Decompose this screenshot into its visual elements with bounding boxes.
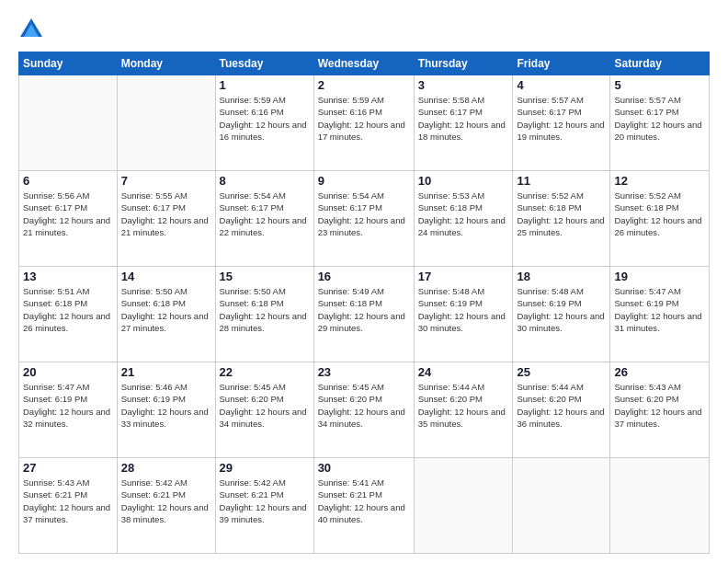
day-info: Sunrise: 5:42 AM Sunset: 6:21 PM Dayligh… [121, 477, 211, 525]
day-info: Sunrise: 5:47 AM Sunset: 6:19 PM Dayligh… [614, 285, 705, 334]
calendar-cell [117, 75, 215, 171]
calendar-cell: 29Sunrise: 5:42 AM Sunset: 6:21 PM Dayli… [215, 458, 313, 554]
day-number: 17 [418, 270, 509, 283]
calendar-cell [414, 458, 513, 554]
calendar-cell: 8Sunrise: 5:54 AM Sunset: 6:17 PM Daylig… [215, 171, 313, 267]
calendar-cell: 30Sunrise: 5:41 AM Sunset: 6:21 PM Dayli… [313, 458, 414, 554]
day-number: 28 [121, 461, 211, 475]
calendar-cell: 16Sunrise: 5:49 AM Sunset: 6:18 PM Dayli… [313, 267, 414, 362]
calendar-cell: 26Sunrise: 5:43 AM Sunset: 6:20 PM Dayli… [610, 362, 710, 458]
calendar-cell: 24Sunrise: 5:44 AM Sunset: 6:20 PM Dayli… [414, 362, 513, 458]
calendar-cell: 17Sunrise: 5:48 AM Sunset: 6:19 PM Dayli… [414, 267, 513, 362]
day-number: 30 [318, 461, 410, 475]
day-number: 4 [517, 78, 606, 92]
calendar-cell: 19Sunrise: 5:47 AM Sunset: 6:19 PM Dayli… [610, 267, 710, 362]
calendar-cell: 11Sunrise: 5:52 AM Sunset: 6:18 PM Dayli… [513, 171, 610, 267]
day-number: 5 [614, 78, 705, 92]
logo [18, 17, 48, 42]
day-number: 23 [318, 365, 410, 379]
calendar-cell [513, 458, 610, 554]
day-info: Sunrise: 5:41 AM Sunset: 6:21 PM Dayligh… [318, 477, 410, 525]
day-number: 8 [220, 174, 310, 188]
weekday-header-monday: Monday [117, 52, 215, 75]
day-info: Sunrise: 5:55 AM Sunset: 6:17 PM Dayligh… [121, 190, 211, 238]
day-info: Sunrise: 5:57 AM Sunset: 6:17 PM Dayligh… [517, 94, 606, 143]
calendar-cell: 6Sunrise: 5:56 AM Sunset: 6:17 PM Daylig… [19, 171, 118, 267]
calendar-cell: 13Sunrise: 5:51 AM Sunset: 6:18 PM Dayli… [19, 267, 118, 362]
day-number: 2 [318, 78, 410, 92]
day-info: Sunrise: 5:49 AM Sunset: 6:18 PM Dayligh… [318, 285, 410, 334]
calendar-cell: 22Sunrise: 5:45 AM Sunset: 6:20 PM Dayli… [215, 362, 313, 458]
calendar-body: 1Sunrise: 5:59 AM Sunset: 6:16 PM Daylig… [19, 75, 710, 554]
calendar-cell: 3Sunrise: 5:58 AM Sunset: 6:17 PM Daylig… [414, 75, 513, 171]
day-info: Sunrise: 5:44 AM Sunset: 6:20 PM Dayligh… [517, 381, 606, 430]
calendar-cell: 14Sunrise: 5:50 AM Sunset: 6:18 PM Dayli… [117, 267, 215, 362]
day-info: Sunrise: 5:57 AM Sunset: 6:17 PM Dayligh… [614, 94, 705, 143]
day-info: Sunrise: 5:53 AM Sunset: 6:18 PM Dayligh… [418, 190, 509, 238]
day-info: Sunrise: 5:45 AM Sunset: 6:20 PM Dayligh… [318, 381, 410, 430]
day-info: Sunrise: 5:52 AM Sunset: 6:18 PM Dayligh… [614, 190, 705, 238]
calendar-cell: 7Sunrise: 5:55 AM Sunset: 6:17 PM Daylig… [117, 171, 215, 267]
day-info: Sunrise: 5:58 AM Sunset: 6:17 PM Dayligh… [418, 94, 509, 143]
weekday-header-saturday: Saturday [610, 52, 710, 75]
day-number: 11 [517, 174, 606, 188]
calendar-cell: 27Sunrise: 5:43 AM Sunset: 6:21 PM Dayli… [19, 458, 118, 554]
day-info: Sunrise: 5:44 AM Sunset: 6:20 PM Dayligh… [418, 381, 509, 430]
day-info: Sunrise: 5:43 AM Sunset: 6:21 PM Dayligh… [23, 477, 113, 525]
weekday-header-sunday: Sunday [19, 52, 118, 75]
day-number: 14 [121, 270, 211, 283]
day-number: 6 [23, 174, 113, 188]
calendar-cell: 5Sunrise: 5:57 AM Sunset: 6:17 PM Daylig… [610, 75, 710, 171]
calendar-cell: 1Sunrise: 5:59 AM Sunset: 6:16 PM Daylig… [215, 75, 313, 171]
calendar-cell: 23Sunrise: 5:45 AM Sunset: 6:20 PM Dayli… [313, 362, 414, 458]
day-info: Sunrise: 5:48 AM Sunset: 6:19 PM Dayligh… [517, 285, 606, 334]
calendar-cell: 4Sunrise: 5:57 AM Sunset: 6:17 PM Daylig… [513, 75, 610, 171]
day-info: Sunrise: 5:52 AM Sunset: 6:18 PM Dayligh… [517, 190, 606, 238]
day-info: Sunrise: 5:43 AM Sunset: 6:20 PM Dayligh… [614, 381, 705, 430]
calendar-week-2: 13Sunrise: 5:51 AM Sunset: 6:18 PM Dayli… [19, 267, 710, 362]
calendar: SundayMondayTuesdayWednesdayThursdayFrid… [18, 52, 710, 554]
calendar-cell: 15Sunrise: 5:50 AM Sunset: 6:18 PM Dayli… [215, 267, 313, 362]
calendar-cell: 10Sunrise: 5:53 AM Sunset: 6:18 PM Dayli… [414, 171, 513, 267]
day-number: 7 [121, 174, 211, 188]
calendar-cell: 25Sunrise: 5:44 AM Sunset: 6:20 PM Dayli… [513, 362, 610, 458]
day-number: 9 [318, 174, 410, 188]
calendar-cell: 28Sunrise: 5:42 AM Sunset: 6:21 PM Dayli… [117, 458, 215, 554]
calendar-cell: 21Sunrise: 5:46 AM Sunset: 6:19 PM Dayli… [117, 362, 215, 458]
day-number: 20 [23, 365, 113, 379]
calendar-cell: 20Sunrise: 5:47 AM Sunset: 6:19 PM Dayli… [19, 362, 118, 458]
calendar-cell [610, 458, 710, 554]
weekday-header-thursday: Thursday [414, 52, 513, 75]
day-number: 29 [220, 461, 310, 475]
weekday-header-wednesday: Wednesday [313, 52, 414, 75]
day-info: Sunrise: 5:47 AM Sunset: 6:19 PM Dayligh… [23, 381, 113, 430]
day-info: Sunrise: 5:56 AM Sunset: 6:17 PM Dayligh… [23, 190, 113, 238]
day-number: 10 [418, 174, 509, 188]
day-number: 21 [121, 365, 211, 379]
calendar-week-0: 1Sunrise: 5:59 AM Sunset: 6:16 PM Daylig… [19, 75, 710, 171]
day-number: 1 [220, 78, 310, 92]
day-number: 19 [614, 270, 705, 283]
day-number: 22 [220, 365, 310, 379]
weekday-header-tuesday: Tuesday [215, 52, 313, 75]
calendar-cell: 9Sunrise: 5:54 AM Sunset: 6:17 PM Daylig… [313, 171, 414, 267]
day-info: Sunrise: 5:54 AM Sunset: 6:17 PM Dayligh… [220, 190, 310, 238]
day-number: 18 [517, 270, 606, 283]
weekday-header-friday: Friday [513, 52, 610, 75]
day-info: Sunrise: 5:59 AM Sunset: 6:16 PM Dayligh… [318, 94, 410, 143]
day-info: Sunrise: 5:48 AM Sunset: 6:19 PM Dayligh… [418, 285, 509, 334]
day-info: Sunrise: 5:50 AM Sunset: 6:18 PM Dayligh… [220, 285, 310, 334]
day-info: Sunrise: 5:42 AM Sunset: 6:21 PM Dayligh… [220, 477, 310, 525]
day-number: 26 [614, 365, 705, 379]
day-info: Sunrise: 5:54 AM Sunset: 6:17 PM Dayligh… [318, 190, 410, 238]
day-info: Sunrise: 5:45 AM Sunset: 6:20 PM Dayligh… [220, 381, 310, 430]
calendar-week-1: 6Sunrise: 5:56 AM Sunset: 6:17 PM Daylig… [19, 171, 710, 267]
day-number: 3 [418, 78, 509, 92]
calendar-cell: 18Sunrise: 5:48 AM Sunset: 6:19 PM Dayli… [513, 267, 610, 362]
calendar-cell [19, 75, 118, 171]
day-number: 25 [517, 365, 606, 379]
day-number: 24 [418, 365, 509, 379]
day-number: 13 [23, 270, 113, 283]
day-number: 15 [220, 270, 310, 283]
calendar-cell: 12Sunrise: 5:52 AM Sunset: 6:18 PM Dayli… [610, 171, 710, 267]
